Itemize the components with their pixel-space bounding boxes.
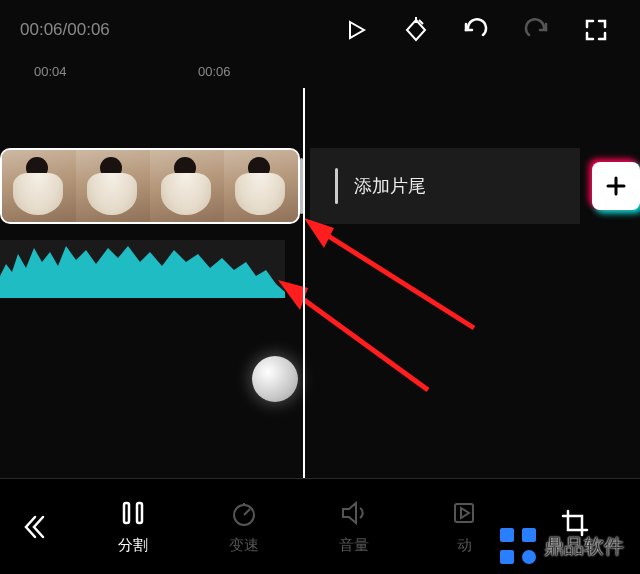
undo-button[interactable]	[462, 16, 490, 44]
add-ending-clip[interactable]: 添加片尾	[310, 148, 580, 224]
current-time: 00:06	[20, 20, 63, 39]
arrow-annotation	[278, 280, 438, 400]
add-clip-button[interactable]	[592, 162, 640, 210]
play-button[interactable]	[342, 16, 370, 44]
tool-speed[interactable]: 变速	[204, 498, 284, 555]
svg-marker-16	[461, 508, 469, 518]
split-icon	[118, 498, 148, 528]
ruler-tick: 00:06	[198, 64, 231, 79]
back-button[interactable]	[0, 479, 68, 575]
top-controls	[342, 16, 620, 44]
time-display: 00:06/00:06	[20, 20, 110, 40]
clip-thumbnail	[2, 150, 76, 222]
svg-line-5	[322, 232, 474, 328]
ruler-tick: 00:04	[34, 64, 67, 79]
tool-label: 变速	[229, 536, 259, 555]
audio-track[interactable]	[0, 240, 285, 298]
clip-handle[interactable]	[335, 168, 338, 204]
svg-line-12	[244, 509, 250, 515]
svg-rect-9	[124, 503, 129, 523]
total-time: 00:06	[67, 20, 110, 39]
svg-marker-0	[350, 22, 364, 38]
keyframe-button[interactable]	[402, 16, 430, 44]
watermark: 鼎品软件	[500, 528, 624, 564]
add-ending-label: 添加片尾	[354, 174, 426, 198]
redo-button[interactable]	[522, 16, 550, 44]
svg-line-7	[296, 294, 428, 390]
watermark-logo-icon	[500, 528, 536, 564]
waveform-icon	[0, 240, 285, 298]
animate-icon	[449, 498, 479, 528]
tool-animate[interactable]: 动	[424, 498, 504, 555]
watermark-text: 鼎品软件	[544, 533, 624, 560]
ruler: 00:04 00:06	[0, 60, 640, 88]
playhead[interactable]	[303, 88, 305, 478]
svg-rect-10	[137, 503, 142, 523]
video-clip[interactable]	[0, 148, 303, 224]
arrow-annotation	[304, 218, 484, 338]
top-bar: 00:06/00:06	[0, 0, 640, 60]
clip-thumbnail	[76, 150, 150, 222]
svg-marker-14	[343, 503, 356, 523]
fullscreen-button[interactable]	[582, 16, 610, 44]
clip-thumbnail	[150, 150, 224, 222]
tool-volume[interactable]: 音量	[314, 498, 394, 555]
tool-label: 动	[457, 536, 472, 555]
speed-icon	[229, 498, 259, 528]
tool-split[interactable]: 分割	[93, 498, 173, 555]
timeline-area[interactable]: 添加片尾	[0, 88, 640, 478]
record-button[interactable]	[252, 356, 298, 402]
clip-thumbnail	[224, 150, 298, 222]
tool-label: 分割	[118, 536, 148, 555]
tool-label: 音量	[339, 536, 369, 555]
volume-icon	[339, 498, 369, 528]
